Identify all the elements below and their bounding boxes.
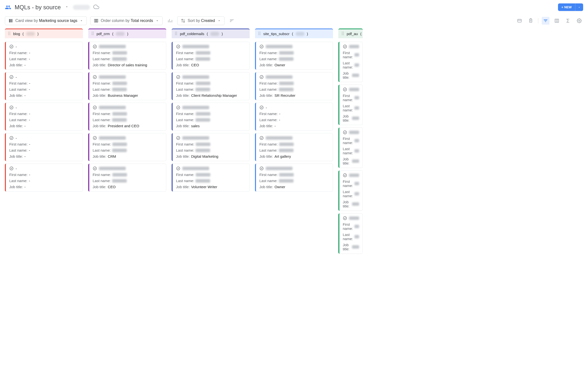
last-name-field: Last name: xyxy=(259,148,329,152)
column-header[interactable]: site_tips_subscr() xyxy=(255,29,333,38)
last-name-field: Last name: xyxy=(93,87,163,91)
filter-icon[interactable] xyxy=(542,17,549,25)
last-name-field: Last name: xyxy=(343,190,359,198)
record-card[interactable]: -First name:-Last name:-Job title:- xyxy=(255,103,333,131)
drag-handle-icon[interactable] xyxy=(341,32,344,36)
job-title-field: Job title:- xyxy=(9,154,79,159)
drag-handle-icon[interactable] xyxy=(8,32,11,36)
record-card[interactable]: First name:Last name:Job title: xyxy=(338,85,363,125)
svg-point-24 xyxy=(93,45,96,48)
card-title: - xyxy=(9,75,79,79)
record-card[interactable]: -First name:-Last name:-Job title:- xyxy=(5,72,83,100)
card-title xyxy=(93,105,163,110)
last-name-field: Last name: xyxy=(259,179,329,183)
table-view-icon[interactable] xyxy=(515,17,523,25)
svg-point-43 xyxy=(260,33,260,34)
record-card[interactable]: First name:Last name:Job title: xyxy=(338,127,363,168)
svg-point-28 xyxy=(93,167,96,170)
svg-point-33 xyxy=(175,34,176,35)
first-name-field: First name: xyxy=(176,142,246,146)
record-card[interactable]: First name:Last name:Job title:CRM xyxy=(88,133,166,161)
record-card[interactable]: First name:Last name:Job title:Volunteer… xyxy=(172,164,250,191)
job-title-field: Job title:- xyxy=(259,124,329,128)
record-card[interactable]: First name:Last name:Job title:CEO xyxy=(172,42,250,70)
column-count-close: ) xyxy=(307,32,308,36)
record-card[interactable]: First name:Last name:Job title:Digital M… xyxy=(172,133,250,161)
record-card[interactable]: First name:Last name:Job title: xyxy=(338,42,363,82)
svg-point-46 xyxy=(260,45,263,48)
record-card[interactable]: First name:Last name:Job title:Client Re… xyxy=(172,72,250,100)
record-card[interactable]: First name:Last name:Job title:President… xyxy=(88,103,166,131)
svg-point-39 xyxy=(177,167,180,170)
first-name-field: First name: xyxy=(176,81,246,85)
card-title xyxy=(343,130,359,135)
job-title-field: Job title:President and CEO xyxy=(93,124,163,128)
title-dropdown[interactable] xyxy=(64,4,70,10)
order-column-selector[interactable]: Order column by Total records xyxy=(90,16,162,25)
chart-icon[interactable] xyxy=(166,17,174,25)
svg-point-14 xyxy=(10,75,13,79)
record-card[interactable]: First name:Last name:Job title:SR Recrui… xyxy=(255,72,333,100)
sort-direction-icon[interactable] xyxy=(228,17,236,25)
first-name-field: First name:- xyxy=(9,51,79,55)
record-card[interactable]: First name:Last name:Job title:sales xyxy=(172,103,250,131)
job-title-field: Job title:Director of sales training xyxy=(93,63,163,67)
column-count-redacted xyxy=(296,32,304,36)
first-name-field: First name: xyxy=(93,51,163,55)
record-card[interactable]: First name:Last name:Job title:Owner xyxy=(255,42,333,70)
column-header[interactable]: pdf_coldemails() xyxy=(172,29,250,38)
card-title xyxy=(93,44,163,49)
columns-icon[interactable] xyxy=(553,17,561,25)
record-card[interactable]: First name:Last name:Job title: xyxy=(338,213,363,254)
drag-handle-icon[interactable] xyxy=(175,32,178,36)
svg-point-32 xyxy=(176,33,177,34)
job-title-field: Job title: xyxy=(343,157,359,165)
last-name-field: Last name: xyxy=(176,179,246,183)
column-header[interactable]: pdf_au() xyxy=(338,29,363,38)
record-card[interactable]: -First name:-Last name:-Job title:- xyxy=(5,42,83,70)
first-name-field: First name: xyxy=(343,137,359,145)
record-card[interactable]: -First name:-Last name:-Job title:- xyxy=(5,164,83,191)
first-name-field: First name:- xyxy=(9,142,79,146)
column-header[interactable]: pdf_crm() xyxy=(88,29,166,38)
card-title xyxy=(176,75,246,79)
job-title-field: Job title:Digital Marketing xyxy=(176,154,246,159)
sigma-icon[interactable] xyxy=(564,17,572,25)
job-title-field: Job title:SR Recruiter xyxy=(259,93,329,97)
record-card[interactable]: -First name:-Last name:-Job title:- xyxy=(5,133,83,161)
record-card[interactable]: First name:Last name:Job title: xyxy=(338,170,363,211)
last-name-field: Last name: xyxy=(259,87,329,91)
svg-point-40 xyxy=(258,32,259,32)
sort-by-selector[interactable]: Sort by Created xyxy=(177,16,224,25)
last-name-field: Last name:- xyxy=(9,179,79,183)
new-button-dropdown[interactable] xyxy=(575,3,583,11)
record-card[interactable]: First name:Last name:Job title:Business … xyxy=(88,72,166,100)
record-card[interactable]: First name:Last name:Job title:Owner xyxy=(255,164,333,191)
column-label: pdf_coldemails xyxy=(180,32,204,36)
svg-point-42 xyxy=(258,33,259,34)
new-button[interactable]: +NEW xyxy=(558,3,575,11)
record-card[interactable]: -First name:-Last name:-Job title:- xyxy=(5,103,83,131)
drag-handle-icon[interactable] xyxy=(258,32,261,36)
svg-point-53 xyxy=(342,33,342,34)
record-card[interactable]: First name:Last name:Job title:CEO xyxy=(88,164,166,191)
first-name-field: First name: xyxy=(176,51,246,55)
drag-handle-icon[interactable] xyxy=(91,32,94,36)
svg-point-6 xyxy=(579,20,580,21)
column-count-redacted xyxy=(116,32,125,36)
svg-point-13 xyxy=(10,45,13,48)
svg-point-8 xyxy=(10,32,10,32)
column-pdf_au: pdf_au()First name:Last name:Job title:F… xyxy=(338,29,363,254)
svg-point-30 xyxy=(176,32,177,32)
record-card[interactable]: First name:Last name:Job title:Art galle… xyxy=(255,133,333,161)
cloud-sync-icon[interactable] xyxy=(93,4,99,11)
svg-point-27 xyxy=(93,136,96,140)
column-header[interactable]: blog() xyxy=(5,29,83,38)
clipboard-icon[interactable] xyxy=(527,17,535,25)
gear-icon[interactable] xyxy=(575,17,583,25)
job-title-field: Job title: xyxy=(343,114,359,122)
record-card[interactable]: First name:Last name:Job title:Director … xyxy=(88,42,166,70)
job-title-field: Job title: xyxy=(343,71,359,79)
job-title-field: Job title:Owner xyxy=(259,185,329,189)
card-view-selector[interactable]: Card view by Marketing source tags xyxy=(5,16,87,25)
